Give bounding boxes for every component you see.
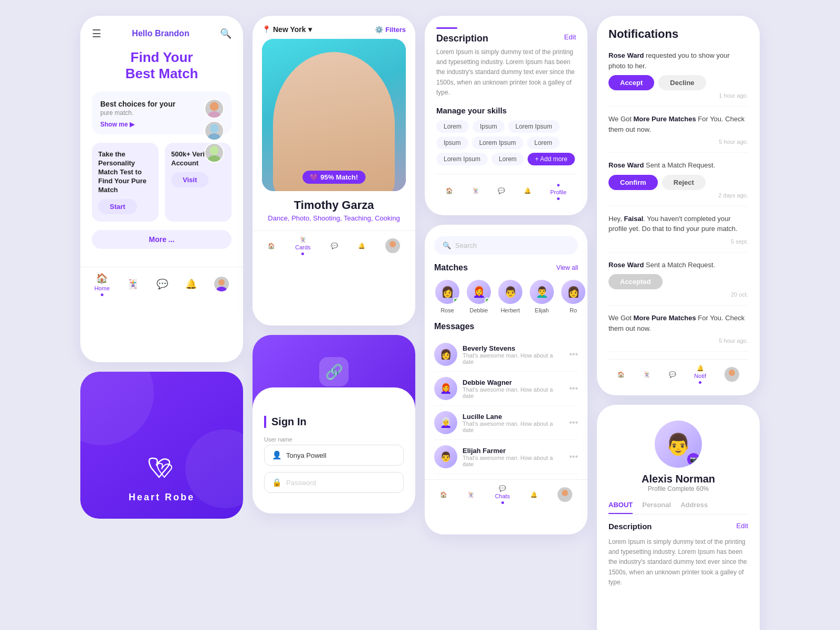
- nav-home-5[interactable]: 🏠: [617, 371, 625, 378]
- nav-cards-3[interactable]: 🃏: [472, 187, 479, 194]
- match-avatar-elijah[interactable]: 👨‍🦱: [529, 279, 555, 305]
- svg-point-11: [560, 497, 570, 502]
- nav-bell-2[interactable]: 🔔: [358, 243, 365, 249]
- nav-profile-3[interactable]: ● Profile: [550, 182, 566, 200]
- camera-icon[interactable]: 📷: [687, 453, 700, 466]
- matches-row: 👩 Rose 👩‍🦰 Debbie 👨 Herbert 👨‍🦱 Elijah 👩: [425, 279, 587, 313]
- more-options-elijah[interactable]: •••: [569, 452, 578, 461]
- nav-chat[interactable]: 💬: [156, 278, 168, 290]
- matches-section-title: Matches: [434, 263, 468, 272]
- match-name-rose: Rose: [440, 307, 454, 313]
- notif-more-matches-2: We Got More Pure Matches For You. Check …: [608, 313, 748, 352]
- nav-avatar-2[interactable]: [385, 238, 400, 253]
- chat-icon-2: 💬: [331, 243, 338, 249]
- nav-bell[interactable]: 🔔: [185, 278, 197, 290]
- nav-cards[interactable]: 🃏: [127, 278, 139, 290]
- view-all-button[interactable]: View all: [556, 264, 578, 271]
- menu-icon[interactable]: ☰: [92, 27, 101, 40]
- message-item-beverly[interactable]: 👩 Beverly Stevens That's awesome man. Ho…: [434, 338, 578, 372]
- message-item-elijah[interactable]: 👨 Elijah Farmer That's awesome man. How …: [434, 440, 578, 474]
- nav-home-2[interactable]: 🏠: [268, 243, 275, 249]
- filter-button[interactable]: ⚙️ Filters: [375, 26, 406, 34]
- home-icon-3: 🏠: [446, 187, 453, 194]
- nav-bell-3[interactable]: 🔔: [524, 187, 531, 194]
- tab-address[interactable]: Address: [680, 501, 708, 514]
- msg-avatar-lucille: 👩‍🦳: [434, 411, 457, 434]
- reject-button[interactable]: Reject: [662, 175, 706, 190]
- more-options-lucille[interactable]: •••: [569, 418, 578, 427]
- online-dot-2: [485, 298, 490, 303]
- heart-icon: 💜: [310, 173, 318, 181]
- nav-bell-4[interactable]: 🔔: [530, 491, 538, 498]
- tab-personal[interactable]: Personal: [642, 501, 671, 514]
- msg-avatar-elijah-m: 👨: [434, 445, 457, 468]
- add-more-button[interactable]: + Add more: [528, 153, 575, 165]
- msg-avatar-beverly: 👩: [434, 343, 457, 366]
- notif-time-2: 5 hour ago.: [608, 139, 748, 145]
- decline-button[interactable]: Decline: [658, 75, 706, 90]
- message-item-debbie[interactable]: 👩‍🦰 Debbie Wagner That's awesome man. Ho…: [434, 372, 578, 406]
- accepted-button[interactable]: Accepted: [608, 274, 663, 289]
- msg-name-lucille: Lucille Lane: [463, 413, 564, 421]
- skill-lorem-3: Lorem: [491, 153, 524, 165]
- more-options-beverly[interactable]: •••: [569, 350, 578, 359]
- match-avatar-rose[interactable]: 👩: [434, 279, 460, 305]
- location-tag[interactable]: 📍 New York ▾: [262, 25, 312, 34]
- nav-chats-4[interactable]: 💬 Chats: [495, 485, 510, 504]
- username-group: User name 👤 Tonya Powell: [264, 436, 404, 466]
- nav-avatar-5[interactable]: [724, 367, 739, 382]
- nav-cards-5[interactable]: 🃏: [643, 371, 650, 378]
- msg-content-beverly: Beverly Stevens That's awesome man. How …: [463, 344, 564, 365]
- skill-ipsum-2: Ipsum: [436, 136, 468, 149]
- message-item-lucille[interactable]: 👩‍🦳 Lucille Lane That's awesome man. How…: [434, 406, 578, 440]
- msg-avatar-debbie-m: 👩‍🦰: [434, 377, 457, 400]
- password-input[interactable]: 🔒 Password: [264, 472, 404, 493]
- signin-screen: 🔗 Sign In User name 👤 Tonya Powell 🔒 Pas…: [253, 335, 415, 513]
- confirm-button[interactable]: Confirm: [608, 175, 658, 190]
- msg-name-beverly: Beverly Stevens: [463, 344, 564, 352]
- nav-home-3[interactable]: 🏠: [446, 187, 453, 194]
- nav-chat-5[interactable]: 💬: [669, 371, 676, 378]
- username-input[interactable]: 👤 Tonya Powell: [264, 445, 404, 466]
- nav-profile-avatar[interactable]: [214, 277, 229, 291]
- nav-cards-4[interactable]: 🃏: [467, 491, 475, 498]
- accept-button[interactable]: Accept: [608, 75, 654, 90]
- search-icon[interactable]: 🔍: [220, 28, 232, 39]
- nav-home-4[interactable]: 🏠: [440, 491, 447, 498]
- match-item-elijah: 👨‍🦱 Elijah: [529, 279, 555, 313]
- profile-edit-button[interactable]: Edit: [737, 522, 748, 530]
- msg-content-debbie: Debbie Wagner That's awesome man. How ab…: [463, 379, 564, 399]
- match-avatar-ro[interactable]: 👩: [560, 279, 586, 305]
- profile-full-name: Alexis Norman: [642, 473, 715, 485]
- nav-avatar-4[interactable]: [558, 487, 572, 502]
- desc-bottom-nav: 🏠 🃏 💬 🔔 ● Profile: [436, 174, 576, 200]
- msg-preview-elijah: That's awesome man. How about a date: [463, 455, 564, 467]
- nav-chat-2[interactable]: 💬: [331, 243, 338, 249]
- tab-about[interactable]: ABOUT: [608, 501, 633, 514]
- profile-desc-text: Lorem Ipsum is simply dummy text of the …: [608, 537, 748, 587]
- notif-bold-4: Faisal: [624, 215, 643, 223]
- match-avatar-debbie[interactable]: 👩‍🦰: [466, 279, 492, 305]
- match-avatar-herbert[interactable]: 👨: [497, 279, 523, 305]
- more-button[interactable]: More ...: [92, 230, 232, 249]
- user-icon: 👤: [272, 450, 282, 460]
- visit-button[interactable]: Visit: [171, 172, 208, 187]
- nav-notif-5[interactable]: 🔔 Notif: [694, 365, 706, 384]
- desc-edit-button[interactable]: Edit: [564, 33, 576, 41]
- hero-title: Find Your Best Match: [92, 49, 232, 82]
- search-bar[interactable]: 🔍 Search: [434, 236, 578, 255]
- messages-section: Messages 👩 Beverly Stevens That's awesom…: [425, 322, 587, 474]
- nav-cards-2[interactable]: 🃏 Cards: [295, 236, 310, 255]
- home-icon-4: 🏠: [440, 491, 447, 498]
- more-options-debbie[interactable]: •••: [569, 384, 578, 393]
- chat-icon: 💬: [156, 278, 168, 290]
- cards-icon-3: 🃏: [472, 187, 479, 194]
- chat-icon-4: 💬: [499, 485, 506, 492]
- profile-big-avatar: 👨 📷: [655, 421, 702, 468]
- nav-home[interactable]: 🏠 Home: [94, 272, 110, 296]
- profile-complete-text: Profile Complete 60%: [648, 485, 709, 492]
- start-button[interactable]: Start: [98, 199, 137, 214]
- nav-chat-3[interactable]: 💬: [498, 187, 505, 194]
- match-item-debbie: 👩‍🦰 Debbie: [466, 279, 492, 313]
- notif-time-4: 5 sept.: [608, 238, 748, 245]
